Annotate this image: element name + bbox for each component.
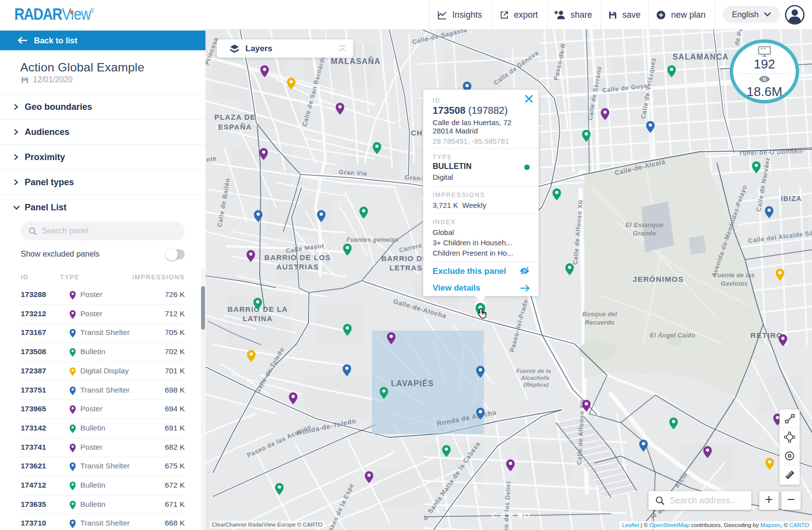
svg-text:El Ángel Caído: El Ángel Caído — [650, 331, 695, 339]
svg-text:BARRIO DE LOS: BARRIO DE LOS — [265, 253, 331, 262]
svg-text:LATINA: LATINA — [242, 314, 272, 323]
svg-text:Recuerdo: Recuerdo — [585, 319, 614, 326]
svg-text:El Estanque: El Estanque — [625, 221, 664, 229]
svg-text:JERÓNIMOS: JERÓNIMOS — [633, 275, 684, 283]
svg-text:CARTO: CARTO — [492, 511, 533, 519]
svg-text:ESPAÑA: ESPAÑA — [218, 123, 252, 131]
svg-text:AUSTRIAS: AUSTRIAS — [276, 263, 319, 271]
svg-text:RETIRO: RETIRO — [750, 331, 783, 339]
svg-text:Fuente de las: Fuente de las — [713, 272, 755, 279]
svg-text:Gaviotas: Gaviotas — [720, 280, 747, 287]
svg-text:Fuente de la: Fuente de la — [516, 368, 551, 374]
svg-text:SALAMANCA: SALAMANCA — [673, 53, 729, 61]
svg-text:(Réplica): (Réplica) — [523, 382, 548, 388]
svg-text:Alcachofa: Alcachofa — [520, 375, 549, 381]
svg-text:Grande: Grande — [633, 230, 656, 237]
svg-text:IBIZA: IBIZA — [781, 195, 802, 202]
svg-text:CH: CH — [411, 129, 423, 137]
svg-text:LETRAS: LETRAS — [389, 264, 422, 272]
svg-text:PLAZA DE: PLAZA DE — [214, 113, 256, 121]
svg-text:Fuentes gemelas: Fuentes gemelas — [346, 236, 399, 243]
svg-text:LAVAPIÉS: LAVAPIÉS — [391, 379, 434, 388]
svg-text:Bosque del: Bosque del — [582, 311, 617, 318]
